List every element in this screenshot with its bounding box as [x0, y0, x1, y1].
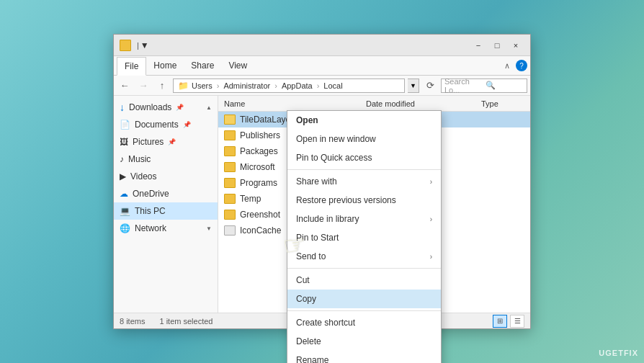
sidebar-item-onedrive[interactable]: ☁ OneDrive — [114, 185, 218, 202]
sidebar-item-thispc[interactable]: 💻 This PC — [114, 202, 218, 220]
ctx-share-arrow: › — [430, 178, 432, 186]
ribbon-chevron[interactable]: ∧ ? — [504, 60, 527, 71]
title-controls: − □ × — [470, 38, 524, 53]
onedrive-icon: ☁ — [120, 189, 128, 199]
ctx-restore-versions[interactable]: Restore previous versions — [287, 191, 441, 210]
path-dropdown[interactable]: ▼ — [408, 79, 419, 93]
address-bar: ← → ↑ 📁 Users › Administrator › AppData … — [114, 76, 530, 96]
ctx-rename[interactable]: Rename — [287, 351, 441, 363]
sidebar-label-downloads: Downloads — [129, 102, 171, 112]
close-button[interactable]: × — [507, 38, 524, 53]
column-name[interactable]: Name — [224, 99, 323, 108]
ctx-share-with[interactable]: Share with › — [287, 172, 441, 191]
window-folder-icon — [120, 40, 131, 51]
pin-icon-downloads: 📌 — [176, 104, 184, 111]
ctx-copy-label: Copy — [296, 294, 432, 304]
file-explorer-window: | ▼ − □ × File Home Share View ∧ ? ← → ↑… — [113, 34, 531, 329]
ctx-open-new-window-label: Open in new window — [296, 134, 432, 144]
separator-2: › — [274, 81, 277, 90]
ctx-cut[interactable]: Cut — [287, 271, 441, 290]
tab-view[interactable]: View — [221, 56, 254, 75]
separator-3: › — [317, 81, 320, 90]
network-icon: 🌐 — [120, 223, 130, 233]
path-folder-icon: 📁 — [178, 81, 189, 91]
file-name-greenshot: Greenshot — [240, 210, 280, 220]
path-local[interactable]: Local — [323, 81, 342, 90]
ctx-delete[interactable]: Delete — [287, 332, 441, 351]
ctx-include-library[interactable]: Include in library › — [287, 210, 441, 228]
chevron-icon: ∧ — [504, 61, 510, 71]
ctx-pin-start[interactable]: Pin to Start — [287, 228, 441, 247]
ctx-open-new-window[interactable]: Open in new window — [287, 130, 441, 148]
maximize-button[interactable]: □ — [488, 38, 506, 53]
status-item-count: 8 items — [120, 317, 145, 326]
ctx-share-with-label: Share with — [296, 176, 430, 187]
column-date[interactable]: Date modified — [366, 99, 438, 108]
forward-button[interactable]: → — [135, 78, 151, 94]
ctx-copy[interactable]: Copy — [287, 290, 441, 308]
ctx-separator-1 — [287, 169, 441, 170]
sidebar-item-downloads[interactable]: ↓ Downloads 📌 ▲ — [114, 99, 218, 116]
pin-icon-documents: 📌 — [183, 121, 191, 128]
address-path[interactable]: 📁 Users › Administrator › AppData › Loca… — [173, 79, 405, 93]
file-name-publishers: Publishers — [240, 130, 280, 140]
sidebar-item-network[interactable]: 🌐 Network ▼ — [114, 220, 218, 237]
ctx-send-to-arrow: › — [430, 253, 432, 261]
title-bar-text: ▼ — [140, 40, 149, 50]
help-icon[interactable]: ? — [516, 60, 527, 71]
folder-icon-greenshot — [224, 210, 236, 220]
title-bar-left: | ▼ — [120, 40, 149, 51]
view-list-button[interactable]: ☰ — [510, 315, 524, 328]
search-box[interactable]: Search Lo... 🔍 — [441, 79, 527, 93]
ctx-open[interactable]: Open — [287, 111, 441, 130]
file-list-header: Name Date modified Type — [218, 96, 530, 112]
arrow-downloads: ▲ — [206, 104, 212, 111]
file-name-temp: Temp — [240, 194, 261, 204]
file-name-programs: Programs — [240, 178, 277, 188]
back-button[interactable]: ← — [117, 78, 133, 94]
sidebar-item-documents[interactable]: 📄 Documents 📌 — [114, 116, 218, 133]
status-selection: 1 item selected — [159, 317, 213, 326]
column-type[interactable]: Type — [481, 99, 524, 108]
ctx-cut-label: Cut — [296, 275, 432, 285]
file-name-packages: Packages — [240, 146, 278, 156]
title-divider-1: | — [137, 41, 139, 50]
minimize-button[interactable]: − — [470, 38, 487, 53]
pin-icon-pictures: 📌 — [168, 138, 176, 145]
view-tiles-button[interactable]: ⊞ — [493, 315, 507, 328]
videos-icon: ▶ — [120, 171, 126, 182]
ctx-delete-label: Delete — [296, 336, 432, 346]
status-view-controls: ⊞ ☰ — [493, 315, 524, 328]
tab-home[interactable]: Home — [146, 56, 184, 75]
sidebar-item-music[interactable]: ♪ Music — [114, 151, 218, 168]
path-users[interactable]: Users — [192, 81, 213, 90]
music-icon: ♪ — [120, 154, 124, 164]
ctx-restore-versions-label: Restore previous versions — [296, 195, 432, 205]
watermark: UGETFIX — [599, 349, 638, 357]
ribbon: File Home Share View ∧ ? — [114, 56, 530, 76]
path-administrator[interactable]: Administrator — [223, 81, 270, 90]
tab-share[interactable]: Share — [184, 56, 221, 75]
ribbon-tabs: File Home Share View ∧ ? — [114, 56, 530, 75]
pictures-icon: 🖼 — [120, 137, 128, 147]
context-menu: Open Open in new window Pin to Quick acc… — [287, 110, 442, 363]
sidebar-item-videos[interactable]: ▶ Videos — [114, 168, 218, 185]
folder-icon-temp — [224, 194, 236, 204]
title-bar-dividers: | ▼ — [137, 40, 149, 50]
ctx-send-to[interactable]: Send to › — [287, 247, 441, 266]
search-placeholder: Search Lo... — [444, 77, 483, 94]
ctx-separator-3 — [287, 310, 441, 311]
sidebar-label-onedrive: OneDrive — [133, 189, 169, 199]
sidebar-item-pictures[interactable]: 🖼 Pictures 📌 — [114, 133, 218, 151]
tab-file[interactable]: File — [117, 57, 146, 76]
ctx-include-library-label: Include in library — [296, 214, 430, 224]
refresh-button[interactable]: ⟳ — [422, 78, 438, 94]
ctx-create-shortcut[interactable]: Create shortcut — [287, 313, 441, 332]
ctx-pin-quick-access-label: Pin to Quick access — [296, 153, 432, 163]
sidebar-label-documents: Documents — [135, 120, 179, 130]
path-appdata[interactable]: AppData — [282, 81, 313, 90]
file-name-microsoft: Microsoft — [240, 162, 275, 172]
up-button[interactable]: ↑ — [154, 78, 170, 94]
ctx-pin-quick-access[interactable]: Pin to Quick access — [287, 148, 441, 167]
folder-icon-packages — [224, 146, 236, 156]
